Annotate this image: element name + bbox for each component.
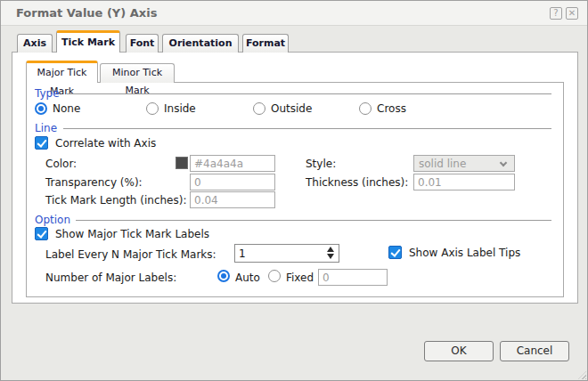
show-axis-label-tips-label: Show Axis Label Tips bbox=[409, 247, 520, 259]
tab-format[interactable]: Format bbox=[242, 34, 289, 53]
spinner-down-icon[interactable] bbox=[327, 254, 334, 259]
show-major-tick-mark-labels-label: Show Major Tick Mark Labels bbox=[55, 228, 209, 240]
number-labels-fixed-input[interactable] bbox=[318, 269, 388, 286]
subtab-minor-tick-mark[interactable]: Minor Tick Mark bbox=[100, 63, 175, 83]
type-radio-outside-label: Outside bbox=[271, 102, 312, 115]
show-major-tick-mark-labels-checkbox[interactable] bbox=[35, 227, 48, 240]
cancel-button[interactable]: Cancel bbox=[500, 341, 569, 361]
number-labels-auto-label: Auto bbox=[235, 272, 260, 284]
dialog-title: Format Value (Y) Axis bbox=[16, 6, 157, 20]
show-axis-label-tips-checkbox[interactable] bbox=[388, 246, 402, 259]
color-value-input[interactable] bbox=[190, 155, 275, 172]
tab-tick-mark[interactable]: Tick Mark bbox=[56, 30, 120, 53]
titlebar: Format Value (Y) Axis bbox=[1, 1, 587, 26]
line-section-legend: Line bbox=[35, 122, 57, 134]
ok-button[interactable]: OK bbox=[424, 341, 494, 361]
type-section-rule bbox=[67, 93, 551, 94]
chevron-down-icon bbox=[500, 159, 507, 166]
type-radio-inside-label: Inside bbox=[164, 102, 196, 115]
type-radio-inside[interactable] bbox=[146, 102, 159, 115]
label-every-n-label: Label Every N Major Tick Marks: bbox=[45, 248, 216, 261]
tab-axis[interactable]: Axis bbox=[17, 34, 53, 53]
option-section-legend: Option bbox=[35, 214, 70, 226]
correlate-with-axis-checkbox[interactable] bbox=[35, 136, 48, 150]
style-dropdown-value: solid line bbox=[419, 158, 466, 170]
thickness-label: Thickness (inches): bbox=[306, 176, 408, 189]
spinner-arrows[interactable] bbox=[327, 247, 334, 259]
option-section-rule bbox=[76, 220, 551, 221]
close-icon[interactable]: ✕ bbox=[566, 7, 578, 20]
style-label: Style: bbox=[306, 158, 336, 170]
tick-mark-length-input[interactable] bbox=[190, 191, 275, 208]
line-section-rule bbox=[63, 128, 551, 129]
tab-orientation[interactable]: Orientation bbox=[162, 34, 239, 53]
type-radio-none-label: None bbox=[53, 102, 80, 115]
spinner-up-icon[interactable] bbox=[327, 247, 334, 252]
correlate-with-axis-label: Correlate with Axis bbox=[55, 137, 156, 150]
thickness-input[interactable] bbox=[413, 174, 515, 190]
number-labels-fixed-label: Fixed bbox=[286, 272, 314, 284]
type-radio-outside[interactable] bbox=[253, 102, 265, 115]
label-every-n-input[interactable] bbox=[234, 244, 339, 263]
type-radio-cross-label: Cross bbox=[377, 102, 406, 115]
color-swatch[interactable] bbox=[176, 157, 188, 169]
type-radio-cross[interactable] bbox=[359, 102, 372, 115]
tick-mark-length-label: Tick Mark Length (inches): bbox=[45, 194, 186, 207]
help-icon[interactable]: ? bbox=[550, 7, 562, 20]
tab-font[interactable]: Font bbox=[126, 34, 159, 53]
color-label: Color: bbox=[45, 158, 77, 170]
subtab-major-tick-mark[interactable]: Major Tick Mark bbox=[26, 61, 98, 83]
type-radio-none[interactable] bbox=[35, 102, 47, 115]
number-labels-auto-radio[interactable] bbox=[217, 270, 230, 282]
transparency-input[interactable] bbox=[190, 174, 275, 190]
transparency-label: Transparency (%): bbox=[45, 176, 143, 189]
number-labels-fixed-radio[interactable] bbox=[268, 270, 281, 282]
style-dropdown[interactable]: solid line bbox=[413, 155, 515, 172]
number-of-major-labels-label: Number of Major Labels: bbox=[45, 272, 176, 284]
resize-grip-icon[interactable] bbox=[578, 371, 586, 379]
type-section-legend: Type bbox=[35, 87, 60, 100]
format-axis-dialog: Format Value (Y) Axis ? ✕ Axis Tick Mark… bbox=[0, 0, 588, 381]
